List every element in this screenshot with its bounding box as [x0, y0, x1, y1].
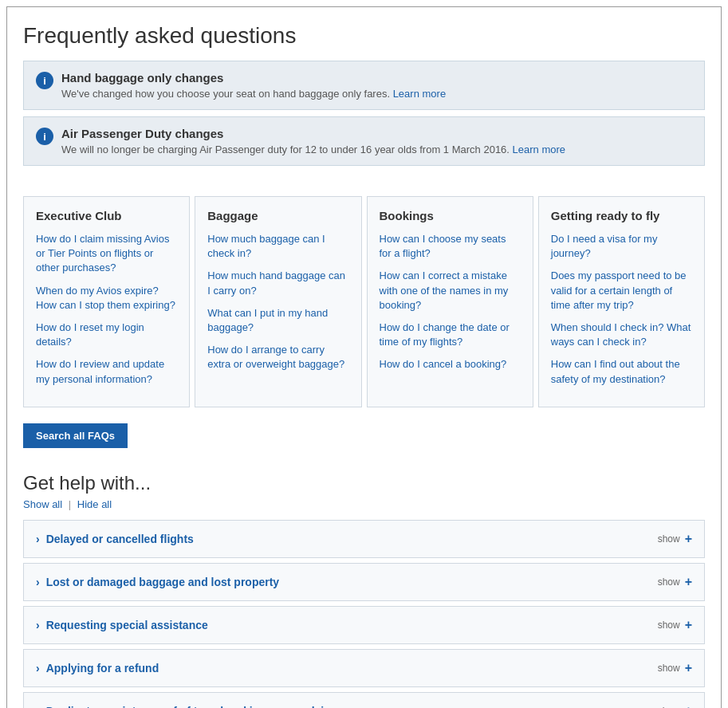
get-help-title: Get help with... — [23, 472, 705, 494]
faq-categories: Executive Club How do I claim missing Av… — [7, 184, 721, 419]
accordion-label-lost-baggage: Lost or damaged baggage and lost propert… — [46, 576, 658, 588]
accordion-item-delayed-flights[interactable]: › Delayed or cancelled flights show + — [23, 520, 705, 558]
category-baggage: Baggage How much baggage can I check in?… — [195, 196, 361, 407]
accordion-chevron-duplicate-receipts: › — [36, 705, 40, 708]
category-executive-club: Executive Club How do I claim missing Av… — [23, 196, 190, 407]
search-all-button[interactable]: Search all FAQs — [23, 423, 128, 448]
notice-content-notice-2: Air Passenger Duty changes We will no lo… — [61, 127, 565, 155]
category-link-bookings-1[interactable]: How can I correct a mistake with one of … — [380, 269, 521, 313]
category-link-baggage-2[interactable]: What can I put in my hand baggage? — [207, 306, 348, 335]
accordion-show-delayed-flights: show — [658, 533, 680, 545]
accordion-plus-refund: + — [685, 661, 692, 675]
category-link-baggage-3[interactable]: How do I arrange to carry extra or overw… — [207, 343, 348, 372]
category-link-getting-ready-0[interactable]: Do I need a visa for my journey? — [551, 232, 692, 261]
notice-text-notice-1: We've changed how you choose your seat o… — [61, 88, 446, 100]
accordion-label-delayed-flights: Delayed or cancelled flights — [46, 533, 658, 545]
accordion-plus-delayed-flights: + — [685, 532, 692, 546]
category-link-executive-club-1[interactable]: When do my Avios expire? How can I stop … — [36, 284, 177, 313]
accordion-item-lost-baggage[interactable]: › Lost or damaged baggage and lost prope… — [23, 563, 705, 601]
category-link-executive-club-2[interactable]: How do I reset my login details? — [36, 321, 177, 349]
accordion-plus-special-assistance: + — [685, 618, 692, 632]
notice-title-notice-2: Air Passenger Duty changes — [61, 127, 565, 140]
search-btn-area: Search all FAQs — [7, 419, 721, 464]
page-container: Frequently asked questions i Hand baggag… — [6, 6, 722, 708]
category-link-getting-ready-1[interactable]: Does my passport need to be valid for a … — [551, 269, 692, 313]
accordion-chevron-delayed-flights: › — [36, 533, 40, 545]
hide-all-link[interactable]: Hide all — [77, 498, 112, 510]
accordion-label-refund: Applying for a refund — [46, 662, 658, 675]
get-help-section: Get help with... Show all | Hide all › D… — [7, 464, 721, 708]
category-title-bookings: Bookings — [380, 209, 521, 222]
category-title-getting-ready: Getting ready to fly — [551, 209, 692, 222]
notice-title-notice-1: Hand baggage only changes — [61, 71, 446, 85]
accordion-chevron-lost-baggage: › — [36, 576, 40, 588]
category-link-bookings-0[interactable]: How can I choose my seats for a flight? — [380, 232, 521, 261]
notice-icon-notice-2: i — [36, 128, 53, 145]
show-hide-links: Show all | Hide all — [23, 498, 705, 510]
notice-banner-notice-2: i Air Passenger Duty changes We will no … — [23, 116, 705, 166]
category-bookings: Bookings How can I choose my seats for a… — [367, 196, 533, 407]
notice-content-notice-1: Hand baggage only changes We've changed … — [61, 71, 446, 100]
accordion-plus-duplicate-receipts: + — [685, 704, 692, 708]
separator: | — [69, 498, 71, 510]
category-link-baggage-1[interactable]: How much hand baggage can I carry on? — [207, 269, 348, 297]
category-link-bookings-2[interactable]: How do I change the date or time of my f… — [380, 321, 521, 349]
page-header: Frequently asked questions i Hand baggag… — [7, 7, 721, 184]
notices-container: i Hand baggage only changes We've change… — [23, 61, 705, 166]
notice-text-notice-2: We will no longer be charging Air Passen… — [61, 144, 565, 155]
accordion-show-lost-baggage: show — [658, 576, 680, 588]
notice-banner-notice-1: i Hand baggage only changes We've change… — [23, 61, 705, 110]
category-link-bookings-3[interactable]: How do I cancel a booking? — [380, 357, 521, 372]
accordion-item-special-assistance[interactable]: › Requesting special assistance show + — [23, 606, 705, 644]
accordion-chevron-special-assistance: › — [36, 619, 40, 631]
accordion-label-special-assistance: Requesting special assistance — [46, 619, 658, 631]
category-link-executive-club-3[interactable]: How do I review and update my personal i… — [36, 357, 177, 386]
accordion-label-duplicate-receipts: Duplicate receipts, proof of travel and … — [46, 705, 658, 708]
category-getting-ready: Getting ready to fly Do I need a visa fo… — [538, 196, 705, 407]
accordion-show-refund: show — [658, 663, 680, 674]
show-all-link[interactable]: Show all — [23, 498, 62, 510]
accordion-plus-lost-baggage: + — [685, 575, 692, 589]
accordion-chevron-refund: › — [36, 662, 40, 675]
notice-link-notice-1[interactable]: Learn more — [393, 88, 446, 100]
category-title-baggage: Baggage — [207, 209, 348, 222]
accordion-item-duplicate-receipts[interactable]: › Duplicate receipts, proof of travel an… — [23, 692, 705, 708]
category-link-getting-ready-3[interactable]: How can I find out about the safety of m… — [551, 357, 692, 386]
page-title: Frequently asked questions — [23, 23, 705, 49]
accordion-container: › Delayed or cancelled flights show + › … — [23, 520, 705, 708]
category-link-getting-ready-2[interactable]: When should I check in? What ways can I … — [551, 321, 692, 349]
category-link-executive-club-0[interactable]: How do I claim missing Avios or Tier Poi… — [36, 232, 177, 276]
notice-link-notice-2[interactable]: Learn more — [513, 144, 565, 155]
category-link-baggage-0[interactable]: How much baggage can I check in? — [207, 232, 348, 261]
notice-icon-notice-1: i — [36, 72, 53, 89]
accordion-item-refund[interactable]: › Applying for a refund show + — [23, 649, 705, 687]
accordion-show-special-assistance: show — [658, 620, 680, 631]
category-title-executive-club: Executive Club — [36, 209, 177, 222]
